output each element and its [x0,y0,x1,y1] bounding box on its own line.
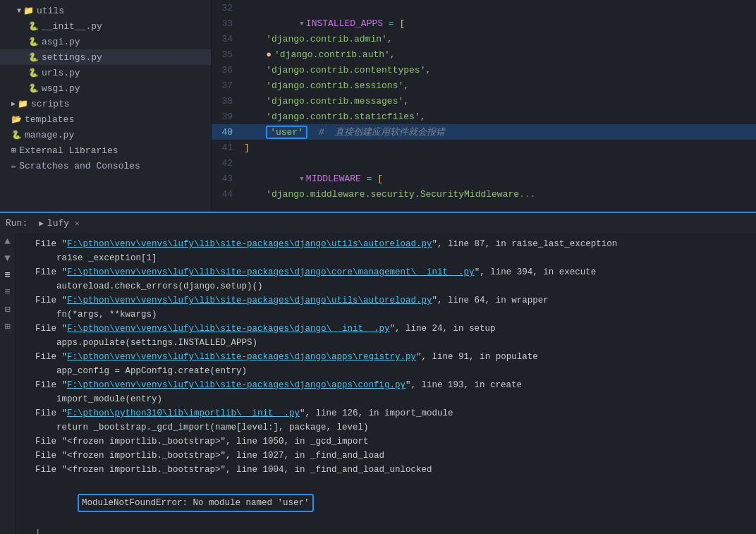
close-tab-button[interactable]: ✕ [75,219,80,228]
line-content: 'django.middleware.security.SecurityMidd… [241,189,756,200]
file-link[interactable]: F:\pthon\venv\venvs\lufy\lib\site-packag… [67,296,432,305]
py-file-icon: 🐍 [28,83,39,94]
output-line: return _bootstrap._gcd_import(name[level… [21,420,750,435]
tree-item-settings[interactable]: 🐍 settings.py [0,49,211,65]
run-output[interactable]: File "F:\pthon\venv\venvs\lufy\lib\site-… [16,233,756,534]
folder-icon: 📂 [11,114,22,125]
output-line: File "F:\pthon\python310\lib\importlib\_… [21,406,750,420]
output-text: return _bootstrap._gcd_import(name[level… [35,420,750,435]
line-num: 40 [212,127,241,138]
line-content: ●'django.contrib.auth', [241,49,756,60]
tree-item-asgi[interactable]: 🐍 asgi.py [0,34,211,49]
run-label: Run: [6,218,28,229]
file-link[interactable]: F:\pthon\python310\lib\importlib\__init_… [67,408,300,418]
line-num: 38 [212,96,241,107]
code-line-44: 44 'django.middleware.security.SecurityM… [212,186,756,202]
tree-label: scripts [31,99,70,109]
output-text: raise _exception[1] [35,251,750,265]
run-tab-lufy[interactable]: ▶ lufy ✕ [39,218,79,229]
file-link[interactable]: F:\pthon\venv\venvs\lufy\lib\site-packag… [67,352,416,362]
output-text: ModuleNotFoundError: No module named 'us… [35,480,750,526]
line-content: 'django.contrib.staticfiles', [241,111,756,122]
output-text: File "F:\pthon\venv\venvs\lufy\lib\site-… [35,350,750,364]
editor-panel: ▼ 📁 utils 🐍 __init__.py 🐍 asgi.py 🐍 sett… [0,0,756,212]
filter-button[interactable]: ≡ [2,269,13,281]
output-text: File "F:\pthon\python310\lib\importlib\_… [35,406,750,420]
output-line: File "F:\pthon\venv\venvs\lufy\lib\site-… [21,350,750,364]
code-line-34: 34 'django.contrib.admin', [212,31,756,47]
output-text: File "<frozen importlib._bootstrap>", li… [35,449,750,463]
tree-item-urls[interactable]: 🐍 urls.py [0,65,211,80]
tree-item-init[interactable]: 🐍 __init__.py [0,18,211,34]
tree-label: __init__.py [42,21,102,32]
output-text: File "F:\pthon\venv\venvs\lufy\lib\site-… [35,293,750,308]
tree-label: asgi.py [42,37,80,47]
output-line: File "F:\pthon\venv\venvs\lufy\lib\site-… [21,265,750,279]
output-text: File "F:\pthon\venv\venvs\lufy\lib\site-… [35,378,750,392]
line-num: 32 [212,3,241,13]
line-content: 'django.contrib.sessions', [241,80,756,91]
side-toolbar: ▲ ▼ ≡ ≡ ⊟ ⊞ [0,233,16,534]
tree-label: External Libraries [19,145,118,156]
tree-item-wsgi[interactable]: 🐍 wsgi.py [0,80,211,96]
cursor-line: | [21,526,750,534]
expand-button[interactable]: ⊞ [2,320,13,332]
output-line: autoreload.check_errors(django.setup)() [21,279,750,293]
line-content: 'django.contrib.messages', [241,96,756,107]
output-text: File "<frozen importlib._bootstrap>", li… [35,435,750,449]
fold-icon: ▾ [299,18,305,29]
tree-label: templates [25,114,74,125]
highlighted-user: 'user' [266,126,307,139]
lib-icon: ⊞ [11,145,16,156]
fold-icon: ▾ [299,174,305,184]
line-content: 'django.contrib.admin', [241,34,756,44]
tree-item-templates[interactable]: 📂 templates [0,111,211,127]
scroll-up-button[interactable]: ▲ [2,236,13,247]
output-line: File "<frozen importlib._bootstrap>", li… [21,449,750,463]
tree-label: urls.py [42,68,80,78]
line-num: 36 [212,65,241,75]
file-link[interactable]: F:\pthon\venv\venvs\lufy\lib\site-packag… [67,239,432,249]
collapse-button[interactable]: ⊟ [2,303,13,315]
code-line-39: 39 'django.contrib.staticfiles', [212,109,756,124]
py-file-icon: 🐍 [11,130,22,140]
file-link[interactable]: F:\pthon\venv\venvs\lufy\lib\site-packag… [67,324,390,334]
code-line-36: 36 'django.contrib.contenttypes', [212,62,756,78]
scroll-down-button[interactable]: ▼ [2,253,13,264]
file-tree: ▼ 📁 utils 🐍 __init__.py 🐍 asgi.py 🐍 sett… [0,0,212,212]
tree-label: settings.py [42,52,102,63]
line-num: 44 [212,189,241,200]
tree-item-manage[interactable]: 🐍 manage.py [0,127,211,142]
tree-item-external-libs[interactable]: ⊞ External Libraries [0,142,211,158]
tree-item-scratches[interactable]: ✏ Scratches and Consoles [0,158,211,174]
line-num: 35 [212,49,241,60]
output-line: File "F:\pthon\venv\venvs\lufy\lib\site-… [21,293,750,308]
tree-label: wsgi.py [42,83,80,94]
file-link[interactable]: F:\pthon\venv\venvs\lufy\lib\site-packag… [67,267,475,277]
output-text: | [35,526,750,534]
output-text: fn(*args, **kwargs) [35,308,750,322]
output-line: File "F:\pthon\venv\venvs\lufy\lib\site-… [21,322,750,336]
output-text: File "F:\pthon\venv\venvs\lufy\lib\site-… [35,237,750,251]
code-line-40: 40 'user' # 直接创建应用软件就会报错 [212,124,756,140]
wrap-button[interactable]: ≡ [2,286,13,298]
line-num: 33 [212,18,241,29]
folder-icon: 📁 [23,6,34,16]
output-line: fn(*args, **kwargs) [21,308,750,322]
tree-item-utils[interactable]: ▼ 📁 utils [0,3,211,18]
code-line-37: 37 'django.contrib.sessions', [212,78,756,93]
tree-item-scripts[interactable]: ▶ 📁 scripts [0,96,211,111]
run-tab-icon: ▶ [39,219,44,228]
py-file-icon: 🐍 [28,68,39,78]
file-link[interactable]: F:\pthon\venv\venvs\lufy\lib\site-packag… [67,380,406,390]
code-line-41: 41 ] [212,140,756,155]
folder-icon: 📁 [18,99,28,109]
code-line-38: 38 'django.contrib.messages', [212,93,756,109]
output-line: File "<frozen importlib._bootstrap>", li… [21,463,750,477]
arrow-icon: ▶ [11,99,16,108]
line-content: 'user' # 直接创建应用软件就会报错 [241,126,756,139]
output-line: File "F:\pthon\venv\venvs\lufy\lib\site-… [21,378,750,392]
code-lines: 32 33 ▾INSTALLED_APPS = [ 34 'django.con… [212,0,756,202]
code-editor[interactable]: 32 33 ▾INSTALLED_APPS = [ 34 'django.con… [212,0,756,212]
py-file-icon: 🐍 [28,52,39,63]
